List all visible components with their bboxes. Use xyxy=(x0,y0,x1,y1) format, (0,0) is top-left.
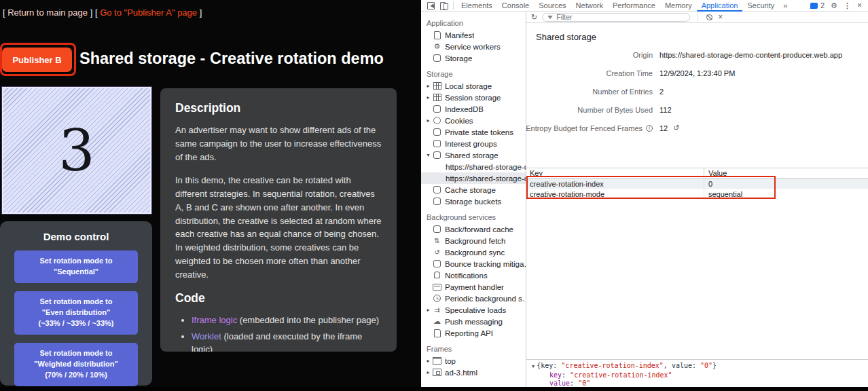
filter-input[interactable] xyxy=(556,14,685,21)
sidebar-item-notifications[interactable]: Notifications xyxy=(421,269,526,281)
tab-memory[interactable]: Memory xyxy=(660,0,697,12)
sidebar-item-https-shared-storage-d[interactable]: https://shared-storage-d… xyxy=(421,172,526,184)
meta-value-text: 12 xyxy=(659,124,668,132)
db-icon xyxy=(433,54,441,62)
sidebar-item-private-state-tokens[interactable]: Private state tokens xyxy=(421,126,526,138)
tabbar-right-cluster: 2 ⚙ ⋮ × xyxy=(810,1,865,10)
table-row[interactable]: creative-rotation-index0 xyxy=(526,179,868,189)
demo-button-3[interactable]: Set rotation mode to "Weighted distribut… xyxy=(14,343,138,386)
tab-elements[interactable]: Elements xyxy=(456,0,497,12)
close-devtools-icon[interactable]: × xyxy=(857,1,862,10)
expander-icon[interactable]: ▸ xyxy=(425,369,431,375)
description-panel: Description An advertiser may want to sh… xyxy=(160,88,397,352)
refresh-icon[interactable]: ↻ xyxy=(531,13,537,22)
creative-number: 3 xyxy=(58,122,94,179)
sidebar-item-cookies[interactable]: ▸Cookies xyxy=(421,115,526,126)
table-row[interactable]: creative-rotation-modesequential xyxy=(526,189,868,199)
sidebar-item-local-storage[interactable]: ▸Local storage xyxy=(421,80,526,92)
db-icon xyxy=(433,197,441,206)
sidebar-item-label: Background sync xyxy=(445,248,505,257)
sidebar-item-label: IndexedDB xyxy=(445,105,484,113)
delete-all-icon[interactable] xyxy=(706,14,713,21)
expander-icon[interactable]: ▾ xyxy=(425,152,431,158)
sidebar-item-interest-groups[interactable]: Interest groups xyxy=(421,138,526,149)
tab-security[interactable]: Security xyxy=(742,0,779,12)
tab-performance[interactable]: Performance xyxy=(608,0,660,12)
expander-icon[interactable]: ▸ xyxy=(425,307,431,313)
screenshot-stage: [ Return to main page ] [ Go to "Publish… xyxy=(0,0,868,391)
tab-network[interactable]: Network xyxy=(571,0,608,12)
sidebar-item-session-storage[interactable]: ▸Session storage xyxy=(421,92,526,103)
sidebar-item-label: Push messaging xyxy=(445,318,503,326)
shared-storage-heading: Shared storage xyxy=(536,32,596,42)
sidebar-item-service-workers[interactable]: Service workers xyxy=(421,41,526,52)
reset-icon[interactable]: ↺ xyxy=(673,124,679,132)
demo-button-1[interactable]: Set rotation mode to "Sequential" xyxy=(14,250,138,283)
sidebar-item-label: Periodic background s… xyxy=(445,295,526,303)
sidebar-item-payment-handler[interactable]: Payment handler xyxy=(421,281,526,293)
filter-funnel-icon xyxy=(547,16,553,19)
expander-triangle-icon[interactable]: ▼ xyxy=(532,362,535,371)
tab-console[interactable]: Console xyxy=(497,0,534,12)
publisher-b-button[interactable]: Publisher B xyxy=(2,48,72,72)
sidebar-item-https-shared-storage-d[interactable]: https://shared-storage-d… xyxy=(421,161,526,172)
sidebar-item-background-fetch[interactable]: Background fetch xyxy=(421,235,526,246)
preview-entry-name: value xyxy=(549,379,570,387)
settings-gear-icon[interactable]: ⚙ xyxy=(831,1,837,10)
sidebar-item-speculative-loads[interactable]: ▸Speculative loads xyxy=(421,304,526,316)
sidebar-item-push-messaging[interactable]: Push messaging xyxy=(421,316,526,327)
meta-row: Entropy Budget for Fenced Frames12↺ xyxy=(526,119,868,137)
clear-icon[interactable]: × xyxy=(718,12,723,22)
table-cell-key: creative-rotation-index xyxy=(526,179,704,189)
kebab-menu-icon[interactable]: ⋮ xyxy=(844,1,851,10)
sidebar-item-reporting-api[interactable]: Reporting API xyxy=(421,327,526,339)
sidebar-item-shared-storage[interactable]: ▾Shared storage xyxy=(421,149,526,161)
expander-icon[interactable]: ▸ xyxy=(425,83,431,89)
sidebar-item-periodic-background-s[interactable]: Periodic background s… xyxy=(421,293,526,304)
filter-box xyxy=(542,13,690,22)
inspect-element-icon[interactable] xyxy=(427,1,435,10)
meta-label: Creation Time xyxy=(526,69,659,77)
sidebar-item-label: top xyxy=(445,357,456,365)
tab-overflow-chevron[interactable]: » xyxy=(779,0,791,12)
tab-application[interactable]: Application xyxy=(697,0,743,12)
sidebar-item-bounce-tracking-mitiga[interactable]: Bounce tracking mitiga… xyxy=(421,258,526,269)
issues-button[interactable]: 2 xyxy=(810,1,825,10)
meta-value: 2 xyxy=(659,88,664,96)
sidebar-item-indexeddb[interactable]: IndexedDB xyxy=(421,103,526,115)
info-icon[interactable] xyxy=(646,125,653,132)
sidebar-item-manifest[interactable]: Manifest xyxy=(421,29,526,41)
device-toolbar-icon[interactable] xyxy=(439,1,448,10)
expander-icon[interactable]: ▸ xyxy=(425,94,431,100)
sidebar-item-label: Storage xyxy=(445,54,472,62)
column-header-key[interactable]: Key xyxy=(526,168,704,178)
sidebar-item-label: Shared storage xyxy=(445,151,499,160)
expander-icon[interactable]: ▸ xyxy=(425,117,431,124)
link-return-to-main-page[interactable]: Return to main page xyxy=(7,7,88,18)
sidebar-item-top[interactable]: ▸top xyxy=(421,355,526,367)
sidebar-item-back-forward-cache[interactable]: Back/forward cache xyxy=(421,223,526,235)
devtools-sidebar: ApplicationManifestService workersStorag… xyxy=(421,12,526,387)
meta-value-text: https://shared-storage-demo-content-prod… xyxy=(659,51,842,59)
sidebar-item-label: Service workers xyxy=(445,43,501,51)
db-icon xyxy=(433,225,441,234)
sidebar-item-ad-3-html[interactable]: ▸ad-3.html xyxy=(421,367,526,378)
demo-button-2[interactable]: Set rotation mode to "Even distribution"… xyxy=(14,291,138,335)
grid-icon xyxy=(433,81,441,90)
sidebar-item-storage-buckets[interactable]: Storage buckets xyxy=(421,196,526,207)
sidebar-item-label: Manifest xyxy=(445,31,474,39)
kv-table-header: Key Value xyxy=(526,168,868,179)
tab-sources[interactable]: Sources xyxy=(534,0,571,12)
sidebar-item-storage[interactable]: Storage xyxy=(421,52,526,64)
column-header-value[interactable]: Value xyxy=(704,168,868,178)
expander-icon[interactable]: ▸ xyxy=(425,358,431,364)
sidebar-item-cache-storage[interactable]: Cache storage xyxy=(421,184,526,196)
sidebar-item-label: Payment handler xyxy=(445,283,504,291)
table-cell-value: 0 xyxy=(704,179,868,189)
link-worklet[interactable]: Worklet xyxy=(192,331,221,341)
sidebar-item-background-sync[interactable]: Background sync xyxy=(421,246,526,258)
link-iframe-logic[interactable]: Iframe logic xyxy=(192,315,237,325)
sidebar-item-label: https://shared-storage-d… xyxy=(446,163,526,171)
meta-label-text: Number of Entries xyxy=(592,88,653,96)
link-go-to-publisher-a-page[interactable]: Go to "Publisher A" page xyxy=(100,7,197,18)
